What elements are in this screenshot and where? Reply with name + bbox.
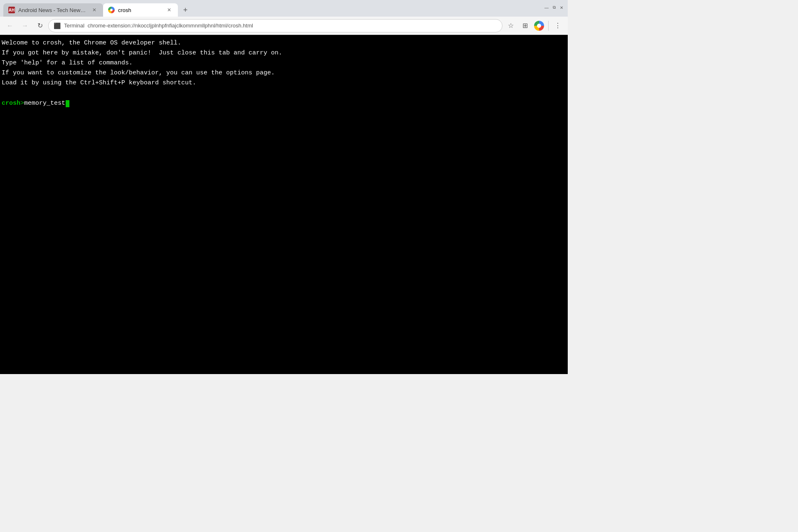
browser-frame: AH Android News - Tech News - And... ✕ c…: [0, 0, 568, 374]
address-label: Terminal: [64, 22, 84, 29]
tabs-area: AH Android News - Tech News - And... ✕ c…: [3, 0, 540, 17]
tab-android-news-close[interactable]: ✕: [91, 6, 98, 14]
toolbar-divider: [548, 21, 549, 31]
address-bar[interactable]: ⬛ Terminal chrome-extension://nkoccljpln…: [48, 19, 502, 32]
tab-crosh-close[interactable]: ✕: [165, 6, 173, 14]
forward-icon: →: [22, 22, 28, 30]
translate-button[interactable]: ⊞: [518, 19, 532, 32]
terminal-window[interactable]: Welcome to crosh, the Chrome OS develope…: [0, 35, 568, 374]
menu-icon: ⋮: [554, 22, 561, 30]
prompt-command: memory_test: [24, 99, 65, 108]
terminal-line-3: If you got here by mistake, don't panic!…: [2, 48, 566, 58]
window-controls: — ⧉ ✕: [540, 5, 564, 12]
terminal-line-1: Welcome to crosh, the Chrome OS develope…: [2, 38, 566, 48]
terminal-prompt-line: crosh> memory_test: [2, 99, 566, 108]
toolbar: ← → ↻ ⬛ Terminal chrome-extension://nkoc…: [0, 17, 568, 35]
tab-android-news[interactable]: AH Android News - Tech News - And... ✕: [3, 3, 103, 17]
tab-android-news-favicon: AH: [8, 7, 15, 13]
prompt-arrow: >: [20, 99, 24, 108]
new-tab-button[interactable]: +: [180, 4, 191, 16]
toolbar-actions: ☆ ⊞ ⋮: [504, 19, 564, 32]
terminal-line-5: Type 'help' for a list of commands.: [2, 58, 566, 68]
tab-crosh-label: crosh: [118, 7, 162, 13]
tab-crosh[interactable]: crosh ✕: [103, 3, 178, 17]
terminal-line-8: Load it by using the Ctrl+Shift+P keyboa…: [2, 78, 566, 88]
forward-button[interactable]: →: [18, 19, 32, 32]
maximize-button[interactable]: ⧉: [551, 5, 557, 10]
address-url: chrome-extension://nkoccljplnhpfnfiajclk…: [88, 22, 253, 29]
terminal-line-9: [2, 88, 566, 98]
terminal-line-7: If you want to customize the look/behavi…: [2, 68, 566, 78]
menu-button[interactable]: ⋮: [551, 19, 564, 32]
reload-icon: ↻: [37, 22, 43, 30]
bookmark-icon: ☆: [508, 22, 514, 30]
google-icon: [534, 21, 544, 31]
terminal-cursor: [66, 100, 69, 107]
bookmark-button[interactable]: ☆: [504, 19, 517, 32]
tab-crosh-favicon: [108, 7, 115, 13]
minimize-button[interactable]: —: [544, 5, 549, 10]
translate-icon: ⊞: [522, 22, 528, 30]
google-account-button[interactable]: [532, 19, 546, 32]
prompt-label: crosh: [2, 99, 20, 108]
back-button[interactable]: ←: [3, 19, 17, 32]
address-terminal-icon: ⬛: [54, 22, 61, 29]
address-text-area: Terminal chrome-extension://nkoccljplnhp…: [64, 22, 497, 29]
close-button[interactable]: ✕: [559, 5, 564, 10]
tab-android-news-label: Android News - Tech News - And...: [18, 7, 87, 13]
back-icon: ←: [7, 22, 13, 30]
reload-button[interactable]: ↻: [33, 19, 47, 32]
title-bar: AH Android News - Tech News - And... ✕ c…: [0, 0, 568, 17]
